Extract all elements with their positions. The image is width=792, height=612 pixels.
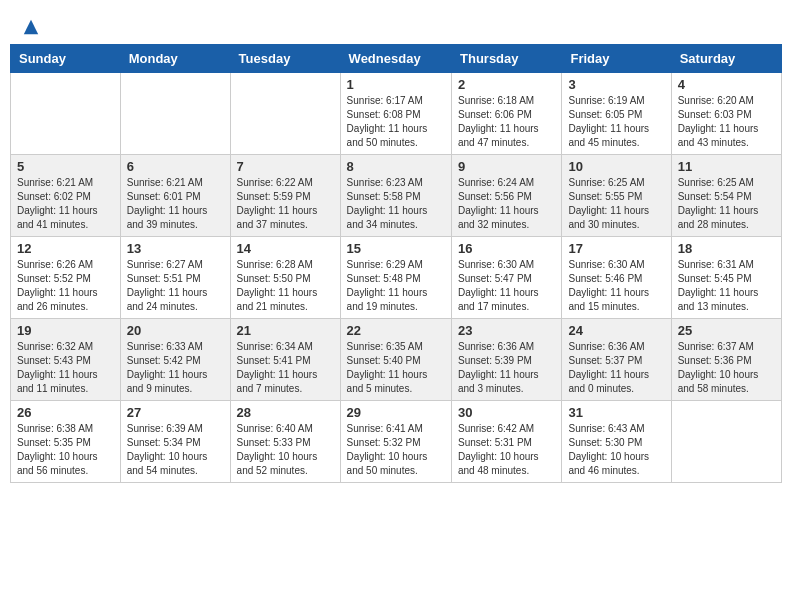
day-number: 15 — [347, 241, 445, 256]
day-info: Sunrise: 6:30 AM Sunset: 5:46 PM Dayligh… — [568, 258, 664, 314]
day-number: 19 — [17, 323, 114, 338]
calendar-cell: 24Sunrise: 6:36 AM Sunset: 5:37 PM Dayli… — [562, 319, 671, 401]
calendar-cell: 15Sunrise: 6:29 AM Sunset: 5:48 PM Dayli… — [340, 237, 451, 319]
calendar-table: SundayMondayTuesdayWednesdayThursdayFrid… — [10, 44, 782, 483]
day-number: 18 — [678, 241, 775, 256]
day-info: Sunrise: 6:18 AM Sunset: 6:06 PM Dayligh… — [458, 94, 555, 150]
day-info: Sunrise: 6:30 AM Sunset: 5:47 PM Dayligh… — [458, 258, 555, 314]
day-info: Sunrise: 6:25 AM Sunset: 5:55 PM Dayligh… — [568, 176, 664, 232]
day-number: 20 — [127, 323, 224, 338]
logo — [20, 18, 40, 36]
calendar-week-row: 1Sunrise: 6:17 AM Sunset: 6:08 PM Daylig… — [11, 73, 782, 155]
calendar-cell: 5Sunrise: 6:21 AM Sunset: 6:02 PM Daylig… — [11, 155, 121, 237]
day-number: 17 — [568, 241, 664, 256]
calendar-cell: 26Sunrise: 6:38 AM Sunset: 5:35 PM Dayli… — [11, 401, 121, 483]
day-info: Sunrise: 6:19 AM Sunset: 6:05 PM Dayligh… — [568, 94, 664, 150]
weekday-header: Wednesday — [340, 45, 451, 73]
svg-marker-0 — [24, 20, 38, 34]
calendar-cell: 2Sunrise: 6:18 AM Sunset: 6:06 PM Daylig… — [452, 73, 562, 155]
day-info: Sunrise: 6:23 AM Sunset: 5:58 PM Dayligh… — [347, 176, 445, 232]
calendar-cell: 22Sunrise: 6:35 AM Sunset: 5:40 PM Dayli… — [340, 319, 451, 401]
calendar-cell: 21Sunrise: 6:34 AM Sunset: 5:41 PM Dayli… — [230, 319, 340, 401]
day-info: Sunrise: 6:33 AM Sunset: 5:42 PM Dayligh… — [127, 340, 224, 396]
day-info: Sunrise: 6:43 AM Sunset: 5:30 PM Dayligh… — [568, 422, 664, 478]
day-info: Sunrise: 6:40 AM Sunset: 5:33 PM Dayligh… — [237, 422, 334, 478]
day-number: 31 — [568, 405, 664, 420]
calendar-cell: 17Sunrise: 6:30 AM Sunset: 5:46 PM Dayli… — [562, 237, 671, 319]
day-info: Sunrise: 6:21 AM Sunset: 6:01 PM Dayligh… — [127, 176, 224, 232]
day-info: Sunrise: 6:20 AM Sunset: 6:03 PM Dayligh… — [678, 94, 775, 150]
calendar-cell: 18Sunrise: 6:31 AM Sunset: 5:45 PM Dayli… — [671, 237, 781, 319]
calendar-cell: 23Sunrise: 6:36 AM Sunset: 5:39 PM Dayli… — [452, 319, 562, 401]
day-number: 7 — [237, 159, 334, 174]
calendar-cell: 14Sunrise: 6:28 AM Sunset: 5:50 PM Dayli… — [230, 237, 340, 319]
day-number: 16 — [458, 241, 555, 256]
day-number: 13 — [127, 241, 224, 256]
calendar-header-row: SundayMondayTuesdayWednesdayThursdayFrid… — [11, 45, 782, 73]
day-info: Sunrise: 6:24 AM Sunset: 5:56 PM Dayligh… — [458, 176, 555, 232]
day-info: Sunrise: 6:32 AM Sunset: 5:43 PM Dayligh… — [17, 340, 114, 396]
day-number: 29 — [347, 405, 445, 420]
logo-icon — [22, 18, 40, 36]
day-number: 28 — [237, 405, 334, 420]
day-number: 24 — [568, 323, 664, 338]
day-number: 10 — [568, 159, 664, 174]
calendar-cell: 11Sunrise: 6:25 AM Sunset: 5:54 PM Dayli… — [671, 155, 781, 237]
calendar-cell: 16Sunrise: 6:30 AM Sunset: 5:47 PM Dayli… — [452, 237, 562, 319]
calendar-cell: 6Sunrise: 6:21 AM Sunset: 6:01 PM Daylig… — [120, 155, 230, 237]
weekday-header: Monday — [120, 45, 230, 73]
day-info: Sunrise: 6:21 AM Sunset: 6:02 PM Dayligh… — [17, 176, 114, 232]
weekday-header: Sunday — [11, 45, 121, 73]
weekday-header: Saturday — [671, 45, 781, 73]
calendar-cell: 4Sunrise: 6:20 AM Sunset: 6:03 PM Daylig… — [671, 73, 781, 155]
day-number: 4 — [678, 77, 775, 92]
day-number: 30 — [458, 405, 555, 420]
calendar-cell: 12Sunrise: 6:26 AM Sunset: 5:52 PM Dayli… — [11, 237, 121, 319]
calendar-cell: 7Sunrise: 6:22 AM Sunset: 5:59 PM Daylig… — [230, 155, 340, 237]
calendar-cell: 27Sunrise: 6:39 AM Sunset: 5:34 PM Dayli… — [120, 401, 230, 483]
calendar-cell: 9Sunrise: 6:24 AM Sunset: 5:56 PM Daylig… — [452, 155, 562, 237]
calendar-cell: 13Sunrise: 6:27 AM Sunset: 5:51 PM Dayli… — [120, 237, 230, 319]
day-info: Sunrise: 6:36 AM Sunset: 5:37 PM Dayligh… — [568, 340, 664, 396]
day-number: 27 — [127, 405, 224, 420]
day-info: Sunrise: 6:42 AM Sunset: 5:31 PM Dayligh… — [458, 422, 555, 478]
calendar-cell: 19Sunrise: 6:32 AM Sunset: 5:43 PM Dayli… — [11, 319, 121, 401]
calendar-cell: 3Sunrise: 6:19 AM Sunset: 6:05 PM Daylig… — [562, 73, 671, 155]
day-info: Sunrise: 6:25 AM Sunset: 5:54 PM Dayligh… — [678, 176, 775, 232]
weekday-header: Thursday — [452, 45, 562, 73]
day-info: Sunrise: 6:28 AM Sunset: 5:50 PM Dayligh… — [237, 258, 334, 314]
day-info: Sunrise: 6:36 AM Sunset: 5:39 PM Dayligh… — [458, 340, 555, 396]
day-info: Sunrise: 6:34 AM Sunset: 5:41 PM Dayligh… — [237, 340, 334, 396]
calendar-cell: 1Sunrise: 6:17 AM Sunset: 6:08 PM Daylig… — [340, 73, 451, 155]
day-info: Sunrise: 6:38 AM Sunset: 5:35 PM Dayligh… — [17, 422, 114, 478]
day-info: Sunrise: 6:41 AM Sunset: 5:32 PM Dayligh… — [347, 422, 445, 478]
calendar-cell: 25Sunrise: 6:37 AM Sunset: 5:36 PM Dayli… — [671, 319, 781, 401]
calendar-week-row: 5Sunrise: 6:21 AM Sunset: 6:02 PM Daylig… — [11, 155, 782, 237]
calendar-cell: 10Sunrise: 6:25 AM Sunset: 5:55 PM Dayli… — [562, 155, 671, 237]
day-number: 25 — [678, 323, 775, 338]
calendar-cell: 28Sunrise: 6:40 AM Sunset: 5:33 PM Dayli… — [230, 401, 340, 483]
day-info: Sunrise: 6:29 AM Sunset: 5:48 PM Dayligh… — [347, 258, 445, 314]
day-number: 8 — [347, 159, 445, 174]
calendar-week-row: 12Sunrise: 6:26 AM Sunset: 5:52 PM Dayli… — [11, 237, 782, 319]
day-number: 2 — [458, 77, 555, 92]
weekday-header: Friday — [562, 45, 671, 73]
day-number: 26 — [17, 405, 114, 420]
day-number: 6 — [127, 159, 224, 174]
day-info: Sunrise: 6:31 AM Sunset: 5:45 PM Dayligh… — [678, 258, 775, 314]
day-number: 14 — [237, 241, 334, 256]
day-number: 23 — [458, 323, 555, 338]
calendar-cell — [120, 73, 230, 155]
day-number: 9 — [458, 159, 555, 174]
calendar-cell: 30Sunrise: 6:42 AM Sunset: 5:31 PM Dayli… — [452, 401, 562, 483]
calendar-cell — [230, 73, 340, 155]
day-info: Sunrise: 6:37 AM Sunset: 5:36 PM Dayligh… — [678, 340, 775, 396]
day-number: 3 — [568, 77, 664, 92]
day-info: Sunrise: 6:17 AM Sunset: 6:08 PM Dayligh… — [347, 94, 445, 150]
day-number: 11 — [678, 159, 775, 174]
day-number: 1 — [347, 77, 445, 92]
weekday-header: Tuesday — [230, 45, 340, 73]
calendar-cell: 29Sunrise: 6:41 AM Sunset: 5:32 PM Dayli… — [340, 401, 451, 483]
calendar-cell — [671, 401, 781, 483]
day-info: Sunrise: 6:35 AM Sunset: 5:40 PM Dayligh… — [347, 340, 445, 396]
